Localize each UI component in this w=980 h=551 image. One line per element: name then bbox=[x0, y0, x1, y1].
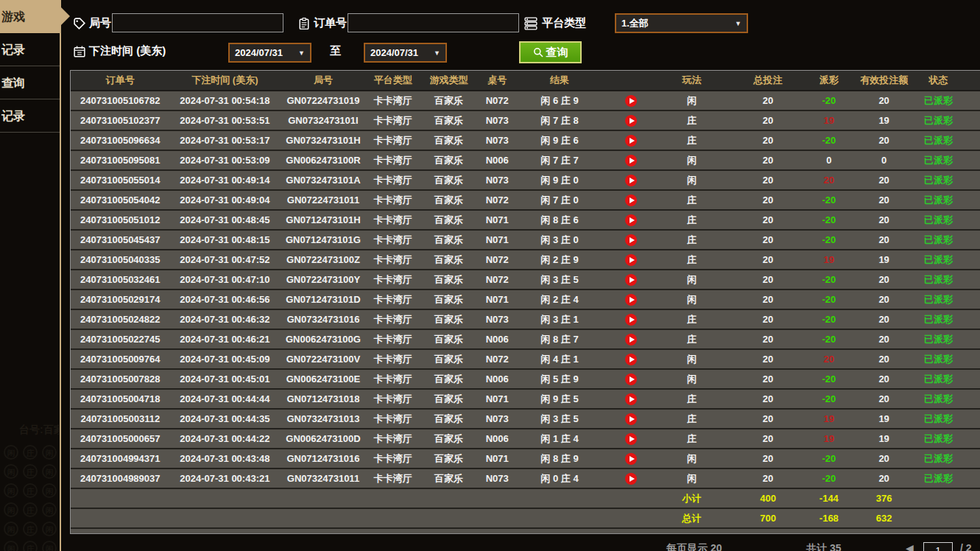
cell-order: 240731005007828 bbox=[71, 370, 170, 388]
column-header-extra: 派 bbox=[955, 71, 980, 90]
platform-type-select[interactable]: 1.全部 ▼ bbox=[615, 13, 748, 33]
watermark-roadmap-circle: 庄 bbox=[23, 502, 38, 517]
video-play-icon[interactable] bbox=[625, 354, 637, 365]
cell-extra bbox=[955, 250, 980, 269]
table-row: 2407310050540422024-07-31 00:49:04GN0722… bbox=[71, 191, 980, 211]
cell-round: GN0062473100D bbox=[280, 429, 367, 448]
cell-game: 百家乐 bbox=[420, 111, 479, 130]
pagination-bar: 每页显示 20 共计 35 ◀ / 2 bbox=[60, 536, 980, 551]
per-page-label: 每页显示 20 bbox=[666, 542, 722, 551]
cell-table: N072 bbox=[478, 250, 516, 269]
cell-game: 百家乐 bbox=[420, 310, 479, 329]
cell-payout: -20 bbox=[811, 231, 847, 249]
sidebar-item-1[interactable]: 记录 bbox=[0, 33, 60, 66]
cell-status: 已派彩 bbox=[921, 191, 955, 209]
video-play-icon[interactable] bbox=[625, 234, 637, 246]
video-play-icon[interactable] bbox=[625, 393, 637, 405]
cell-payout: -20 bbox=[811, 270, 847, 289]
video-play-icon[interactable] bbox=[625, 413, 637, 425]
search-button-label: 查询 bbox=[546, 46, 568, 60]
search-button[interactable]: 查询 bbox=[519, 41, 582, 63]
sidebar-item-0[interactable]: 游戏 bbox=[0, 0, 60, 33]
cell-result: 闲 3 庄 0 bbox=[516, 231, 603, 249]
cell-order: 240731005003112 bbox=[71, 410, 170, 428]
video-play-icon[interactable] bbox=[625, 115, 637, 127]
page-number-input[interactable] bbox=[923, 542, 953, 551]
video-play-icon[interactable] bbox=[625, 274, 637, 286]
cell-platform: 卡卡湾厅 bbox=[367, 310, 420, 329]
cell-platform: 卡卡湾厅 bbox=[367, 449, 420, 468]
cell-play: 闲 bbox=[659, 449, 725, 468]
video-play-icon[interactable] bbox=[625, 155, 637, 166]
video-play-icon[interactable] bbox=[625, 135, 637, 147]
cell-total: 20 bbox=[725, 131, 811, 150]
cell-valid: 20 bbox=[847, 370, 922, 388]
cell-time: 2024-07-31 00:48:45 bbox=[170, 211, 281, 229]
cell-game: 百家乐 bbox=[420, 171, 479, 189]
date-to-select[interactable]: 2024/07/31 ▼ bbox=[364, 43, 447, 63]
cell-payout: -20 bbox=[811, 310, 847, 329]
prev-page-icon[interactable]: ◀ bbox=[906, 542, 914, 551]
cell-total: 20 bbox=[725, 469, 811, 488]
cell-platform: 卡卡湾厅 bbox=[367, 350, 420, 368]
cell-valid: 20 bbox=[847, 91, 922, 110]
cell-platform: 卡卡湾厅 bbox=[367, 429, 420, 448]
cell-payout: -20 bbox=[811, 330, 847, 348]
table-row: 2407310049890372024-07-31 00:43:21GN0732… bbox=[71, 469, 980, 489]
cell-total: 20 bbox=[725, 171, 811, 189]
cell-game: 百家乐 bbox=[420, 449, 479, 468]
cell-result: 闲 4 庄 1 bbox=[516, 350, 603, 368]
cell-round: GN0722473100Y bbox=[280, 270, 367, 289]
cell-time: 2024-07-31 00:44:44 bbox=[170, 390, 281, 408]
video-play-icon[interactable] bbox=[625, 373, 637, 385]
round-no-input[interactable] bbox=[112, 13, 283, 32]
cell-round: GN0722473100V bbox=[280, 350, 367, 368]
cell-round: GN0062473100E bbox=[280, 370, 367, 388]
cell-order bbox=[71, 509, 170, 527]
video-play-icon[interactable] bbox=[625, 175, 637, 186]
video-play-icon[interactable] bbox=[625, 294, 637, 306]
order-no-input[interactable] bbox=[348, 13, 519, 32]
video-play-icon[interactable] bbox=[625, 214, 637, 226]
cell-round: GN07324731016 bbox=[280, 310, 367, 329]
cell-order: 240731005054042 bbox=[71, 191, 170, 209]
sidebar-item-3[interactable]: 记录 bbox=[0, 99, 60, 133]
video-play-icon[interactable] bbox=[625, 334, 637, 345]
sidebar-item-2[interactable]: 查询 bbox=[0, 66, 60, 99]
cell-video bbox=[603, 489, 659, 508]
video-play-icon[interactable] bbox=[625, 194, 637, 206]
cell-round bbox=[280, 489, 367, 508]
cell-extra bbox=[955, 231, 980, 249]
cell-order: 240731005032461 bbox=[71, 270, 170, 289]
cell-payout: -20 bbox=[811, 390, 847, 408]
cell-total: 700 bbox=[725, 509, 811, 527]
cell-total: 20 bbox=[725, 211, 811, 229]
cell-play: 闲 bbox=[659, 171, 725, 189]
cell-table: N006 bbox=[478, 429, 516, 448]
cell-total: 20 bbox=[725, 429, 811, 448]
video-play-icon[interactable] bbox=[625, 314, 637, 326]
table-row: 2407310050510122024-07-31 00:48:45GN0712… bbox=[71, 211, 980, 231]
cell-play: 庄 bbox=[659, 231, 725, 249]
video-play-icon[interactable] bbox=[625, 95, 637, 107]
cell-game bbox=[420, 509, 479, 527]
cell-time: 2024-07-31 00:44:35 bbox=[170, 410, 281, 428]
cell-total: 20 bbox=[725, 390, 811, 408]
cell-extra bbox=[955, 330, 980, 348]
cell-extra bbox=[955, 111, 980, 130]
chevron-down-icon: ▼ bbox=[735, 20, 741, 27]
video-play-icon[interactable] bbox=[625, 473, 637, 485]
cell-play: 庄 bbox=[659, 211, 725, 229]
cell-round: GN0712473101D bbox=[280, 290, 367, 309]
video-play-icon[interactable] bbox=[625, 433, 637, 445]
cell-time: 2024-07-31 00:43:48 bbox=[170, 449, 281, 468]
column-header-video bbox=[603, 71, 659, 90]
cell-extra bbox=[955, 171, 980, 189]
cell-table: N073 bbox=[478, 111, 516, 130]
video-play-icon[interactable] bbox=[625, 254, 637, 266]
video-play-icon[interactable] bbox=[625, 453, 637, 465]
date-from-select[interactable]: 2024/07/31 ▼ bbox=[228, 43, 311, 63]
cell-table: N071 bbox=[478, 390, 516, 408]
cell-video bbox=[603, 211, 659, 229]
cell-platform: 卡卡湾厅 bbox=[367, 191, 420, 209]
